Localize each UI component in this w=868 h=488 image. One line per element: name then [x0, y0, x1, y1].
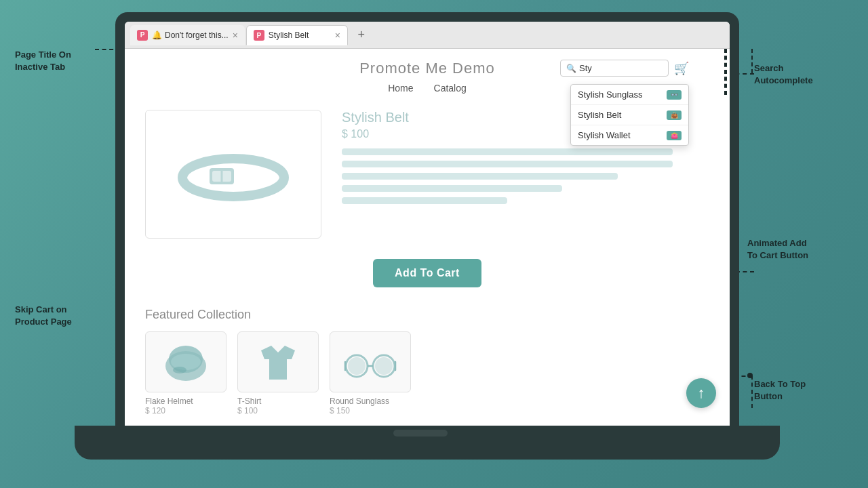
- autocomplete-icon-1: 👓: [667, 90, 682, 100]
- laptop-frame: P 🔔 Don't forget this... × P Stylish Bel…: [115, 12, 739, 460]
- featured-price-1: $ 120: [145, 406, 226, 415]
- autocomplete-dropdown: Stylish Sunglass 👓 Stylish Belt 👜 Stylis…: [570, 84, 689, 146]
- featured-section: Featured Collection Flake Helmet: [125, 301, 730, 429]
- svg-point-12: [375, 357, 393, 375]
- annotation-dot-back-top: [747, 373, 753, 378]
- tab2-title: Stylish Belt: [269, 30, 331, 40]
- annotation-vline-search: [751, 49, 753, 73]
- annotation-page-title: Page Title On Inactive Tab: [15, 49, 90, 73]
- site-title: Promote Me Demo: [359, 60, 495, 77]
- sunglass-svg: [340, 340, 401, 384]
- featured-price-2: $ 100: [237, 406, 319, 415]
- desc-line-1: [342, 148, 673, 155]
- nav-home[interactable]: Home: [388, 81, 413, 95]
- annotation-skip-cart: Skip Cart on Product Page: [15, 304, 90, 328]
- featured-name-1: Flake Helmet: [145, 396, 226, 406]
- site-content: Promote Me Demo Home Catalog 🔍 Sty 🛒: [125, 49, 730, 435]
- autocomplete-item-2[interactable]: Stylish Belt 👜: [571, 105, 688, 125]
- annotation-add-cart: Animated Add To Cart Button: [747, 237, 842, 262]
- svg-marker-8: [261, 346, 295, 380]
- featured-img-2: [237, 331, 319, 392]
- search-input-value[interactable]: Sty: [579, 63, 592, 73]
- new-tab-button[interactable]: +: [352, 26, 371, 45]
- site-nav: Home Catalog: [388, 81, 467, 95]
- tab1-close-icon[interactable]: ×: [233, 30, 238, 41]
- tshirt-svg: [254, 340, 302, 384]
- nav-catalog[interactable]: Catalog: [434, 81, 467, 95]
- add-to-cart-button[interactable]: Add To Cart: [373, 259, 481, 287]
- browser-chrome: P 🔔 Don't forget this... × P Stylish Bel…: [125, 22, 730, 49]
- desc-line-3: [342, 173, 618, 180]
- site-header: Promote Me Demo Home Catalog 🔍 Sty 🛒: [125, 49, 730, 103]
- autocomplete-icon-2: 👜: [667, 110, 682, 120]
- featured-grid: Flake Helmet $ 120 T-Shirt $ 100: [145, 331, 709, 415]
- tab1-favicon: P: [137, 30, 148, 41]
- back-to-top-button[interactable]: ↑: [686, 378, 716, 408]
- anot-line-search-v: [724, 49, 727, 95]
- featured-item-3[interactable]: Round Sunglass $ 150: [330, 331, 411, 415]
- featured-price-3: $ 150: [330, 406, 411, 415]
- tab2-close-icon[interactable]: ×: [335, 30, 340, 41]
- tab1-title: Don't forget this...: [165, 30, 229, 40]
- laptop-notch: [393, 430, 448, 436]
- annotation-search: Search Autocomplete: [754, 62, 842, 87]
- search-bar-wrapper: 🔍 Sty 🛒: [560, 60, 689, 77]
- desc-line-5: [342, 197, 507, 204]
- annotation-vline-back-top: [751, 375, 753, 408]
- cart-icon[interactable]: 🛒: [674, 61, 689, 76]
- browser-tab-2[interactable]: P Stylish Belt ×: [246, 25, 348, 45]
- product-image-box: [145, 110, 321, 239]
- featured-img-1: [145, 331, 226, 392]
- tab2-favicon: P: [254, 30, 264, 41]
- product-description: [342, 148, 709, 204]
- search-icon: 🔍: [566, 64, 576, 73]
- autocomplete-label-2: Stylish Belt: [578, 110, 621, 120]
- featured-item-1[interactable]: Flake Helmet $ 120: [145, 331, 226, 415]
- desc-line-4: [342, 185, 562, 192]
- featured-item-2[interactable]: T-Shirt $ 100: [237, 331, 319, 415]
- laptop-screen: P 🔔 Don't forget this... × P Stylish Bel…: [125, 22, 730, 435]
- back-to-top-arrow-icon: ↑: [698, 384, 705, 402]
- featured-name-2: T-Shirt: [237, 396, 319, 406]
- annotation-back-top: Back To Top Button: [754, 378, 842, 403]
- browser-tab-1[interactable]: P 🔔 Don't forget this... ×: [130, 25, 245, 45]
- autocomplete-icon-3: 👛: [667, 131, 682, 140]
- autocomplete-item-1[interactable]: Stylish Sunglass 👓: [571, 85, 688, 105]
- search-bar[interactable]: 🔍 Sty: [560, 60, 669, 77]
- add-to-cart-section: Add To Cart: [125, 252, 730, 301]
- autocomplete-item-3[interactable]: Stylish Wallet 👛: [571, 125, 688, 145]
- desc-line-2: [342, 161, 673, 167]
- featured-img-3: [330, 331, 411, 392]
- belt-image: [172, 140, 294, 208]
- autocomplete-label-3: Stylish Wallet: [578, 130, 631, 140]
- featured-title: Featured Collection: [145, 308, 709, 322]
- autocomplete-label-1: Stylish Sunglass: [578, 89, 642, 100]
- helmet-svg: [162, 340, 210, 384]
- svg-point-7: [173, 367, 186, 373]
- svg-point-10: [348, 357, 366, 375]
- featured-name-3: Round Sunglass: [330, 396, 411, 406]
